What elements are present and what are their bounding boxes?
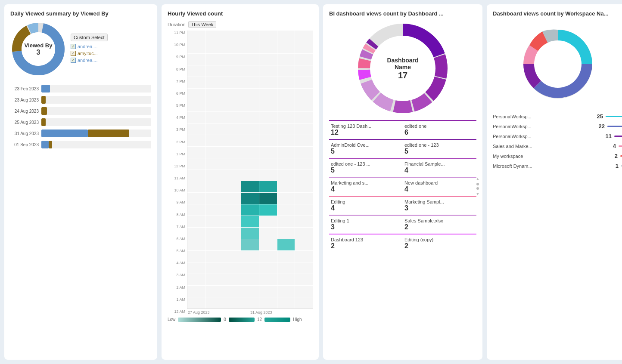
daily-bar-chart: 23 Feb 2023 23 Aug 2023 24 Aug 2023 25 A… <box>10 84 151 149</box>
heatmap-cell <box>205 89 223 100</box>
bi-item-val-11: 2 <box>404 223 475 231</box>
heatmap-cell <box>277 89 295 100</box>
ws-legend-item-0: PersonalWorksp... 25 <box>493 113 622 120</box>
heatmap-cell <box>223 77 241 88</box>
ws-bar-0 <box>606 116 622 117</box>
heatmap-cell <box>223 193 241 204</box>
heatmap-cell <box>187 89 205 100</box>
heatmap-cell <box>223 262 241 274</box>
heatmap-cell <box>295 228 313 239</box>
bi-item-9: Marketing Sampl... 3 <box>403 196 476 215</box>
bi-item-val-5: 4 <box>404 167 475 174</box>
daily-viewed-title: Daily Viewed summary by Viewed By <box>10 10 151 17</box>
heatmap-cell <box>295 65 313 77</box>
bi-item-name-4: edited one - 123 ... <box>331 161 401 167</box>
heatmap-cell <box>223 181 241 192</box>
heatmap-cell <box>187 286 205 297</box>
legend-low: Low <box>168 317 175 322</box>
heatmap-cell <box>259 42 277 53</box>
ws-val-5: 1 <box>610 163 619 169</box>
y-label-3am: 3 AM <box>168 273 187 277</box>
y-label-1am: 1 AM <box>168 297 187 302</box>
ws-bar-3 <box>619 145 622 147</box>
bi-item-val-8: 4 <box>331 204 401 212</box>
bi-item-name-13: Editing (copy) <box>404 237 475 242</box>
legend-label-3: andrea.... <box>78 58 97 63</box>
heatmap-cell <box>187 100 205 111</box>
bar-date-5: 01 Sep 2023 <box>10 142 41 147</box>
heatmap-cell <box>241 274 259 285</box>
heatmap-cell <box>187 239 205 250</box>
heatmap-cell <box>277 170 295 181</box>
bi-donut-count: 17 <box>379 71 426 80</box>
heatmap-cell <box>295 31 313 42</box>
heatmap-cell <box>223 31 241 42</box>
heatmap-cell <box>241 251 259 262</box>
heatmap-cell <box>223 89 241 100</box>
heatmap-cell <box>295 216 313 227</box>
y-label-11am: 11 AM <box>168 176 187 180</box>
heatmap-cell <box>223 228 241 239</box>
bi-item-val-1: 6 <box>404 129 475 136</box>
svg-point-20 <box>534 40 582 88</box>
heatmap-cell <box>259 147 277 158</box>
heatmap-cell <box>223 286 241 297</box>
bi-item-val-10: 3 <box>331 223 401 231</box>
heatmap-cell <box>295 158 313 170</box>
custom-select-label[interactable]: Custom Select <box>71 34 108 41</box>
heatmap-cell <box>205 274 223 285</box>
heatmap-cell <box>187 181 205 192</box>
heatmap-cell <box>241 65 259 77</box>
ws-legend-item-3: Sales and Marke... 4 <box>493 143 622 149</box>
legend-label-2: amy.tuc... <box>78 51 98 56</box>
ws-name-2: PersonalWorksp... <box>493 134 603 139</box>
bar-track-2 <box>41 107 151 115</box>
heatmap-cell <box>259 77 277 88</box>
bi-item-8: Editing 4 <box>329 196 403 215</box>
bi-item-3: edited one - 123 5 <box>403 139 476 158</box>
bar-fill-gold-4 <box>88 130 129 137</box>
heatmap-cell <box>277 262 295 274</box>
bi-item-name-12: Dashboard 123 <box>331 237 401 242</box>
bar-date-0: 23 Feb 2023 <box>10 86 41 91</box>
heatmap-cell <box>295 262 313 274</box>
donut-legend: Custom Select andrea.... amy.tuc... andr… <box>71 34 108 65</box>
heatmap-cell <box>205 286 223 297</box>
bi-item-13: Editing (copy) 2 <box>403 234 476 253</box>
workspace-pie <box>493 21 622 107</box>
bar-row-5: 01 Sep 2023 <box>10 140 151 149</box>
y-label-5pm: 5 PM <box>168 103 187 108</box>
heatmap-cell <box>205 170 223 181</box>
duration-badge[interactable]: This Week <box>188 21 217 28</box>
y-label-4am: 4 AM <box>168 261 187 265</box>
hourly-viewed-card: Hourly Viewed count Duration This Week 1… <box>162 4 319 360</box>
heatmap-cell <box>259 262 277 274</box>
heatmap-cell <box>187 204 205 216</box>
heatmap-cell <box>205 54 223 65</box>
scroll-up-arrow[interactable]: ▲ <box>476 176 480 181</box>
heatmap-cell <box>187 193 205 204</box>
scroll-indicator[interactable]: ▲ ▼ <box>476 176 480 196</box>
heatmap-cell <box>205 262 223 274</box>
bi-item-10: Editing 1 3 <box>329 215 403 234</box>
heatmap-cell <box>259 193 277 204</box>
heatmap-cell <box>295 181 313 192</box>
scroll-down-arrow[interactable]: ▼ <box>476 191 480 196</box>
legend-gradient2 <box>229 318 255 322</box>
scroll-dot-2 <box>476 187 479 190</box>
heatmap-cell <box>187 65 205 77</box>
heatmap-cell <box>295 135 313 146</box>
heatmap-cell <box>295 42 313 53</box>
heatmap-cell <box>205 204 223 216</box>
x-axis: 27 Aug 2023 31 Aug 2023 <box>187 309 313 315</box>
y-label-5am: 5 AM <box>168 249 187 253</box>
workspace-legend: PersonalWorksp... 25 PersonalWorksp... 2… <box>493 113 622 169</box>
y-label-4pm: 4 PM <box>168 115 187 120</box>
heatmap-cell <box>241 216 259 227</box>
legend-mid: 12 <box>257 317 262 322</box>
y-label-7pm: 7 PM <box>168 79 187 83</box>
bi-item-1: edited one 6 <box>403 120 476 139</box>
ws-bar-2 <box>614 136 622 137</box>
heatmap-cell <box>259 274 277 285</box>
heatmap-cell <box>295 147 313 158</box>
